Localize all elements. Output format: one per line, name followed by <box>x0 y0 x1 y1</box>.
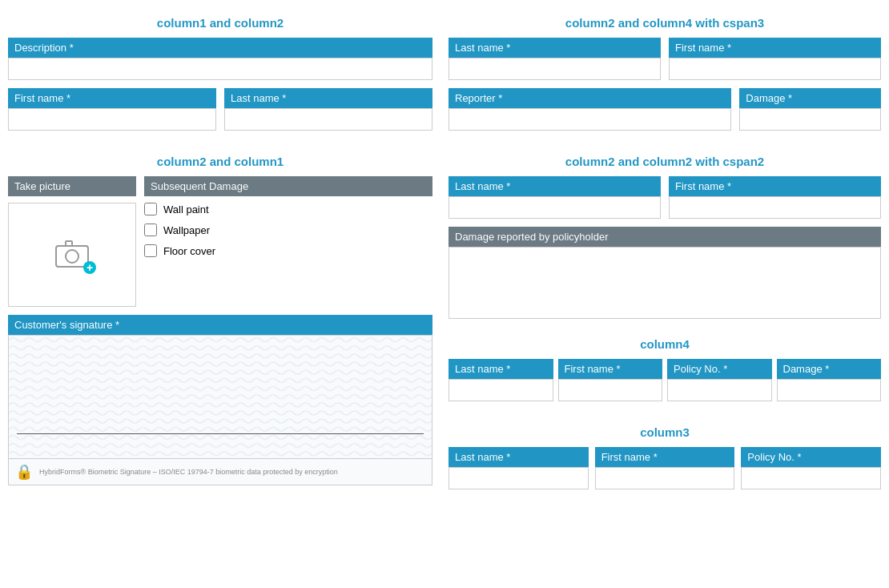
r2-damage-reported-field-group: Damage reported by policyholder <box>449 227 881 321</box>
wall-paint-checkbox[interactable] <box>144 203 157 215</box>
plus-circle-icon: + <box>83 261 96 274</box>
r1-reporter-field-group: Reporter * <box>449 88 731 131</box>
take-picture-icon: + <box>54 240 90 271</box>
signature-footer-text: HybridForms® Biometric Signature – ISO/I… <box>39 468 338 476</box>
section-col4: column4 Last name * First name * Policy … <box>449 337 881 409</box>
r1-reporter-row: Reporter * Damage * <box>449 88 881 139</box>
signature-line <box>17 433 424 434</box>
picture-and-damage-row: Take picture + Subs <box>8 176 432 307</box>
signature-wave-bg <box>9 336 432 459</box>
r2-damage-reported-label: Damage reported by policyholder <box>449 227 881 247</box>
name-row-1: First name * Last name * <box>8 88 432 139</box>
r1-damage-input[interactable] <box>739 108 881 131</box>
r2-firstname-input[interactable] <box>669 196 881 219</box>
r1-name-row: Last name * First name * <box>449 38 881 88</box>
svg-rect-2 <box>66 241 72 246</box>
r3-policyno-label: Policy No. * <box>667 359 772 379</box>
subsequent-damage-col: Subsequent Damage Wall paint Wallpaper F… <box>144 176 432 307</box>
r2-firstname-field-group: First name * <box>669 176 881 219</box>
description-input[interactable] <box>8 58 432 80</box>
firstname1-label: First name * <box>8 88 216 108</box>
r3-lastname-input[interactable] <box>449 379 553 401</box>
r2-lastname-label: Last name * <box>449 176 661 196</box>
r4-policyno-field-group: Policy No. * <box>741 447 881 489</box>
section-col2-col2-cspan2: column2 and column2 with cspan2 Last nam… <box>449 155 881 321</box>
checkbox-wallpaper: Wallpaper <box>144 224 432 236</box>
r1-reporter-input[interactable] <box>449 108 731 131</box>
floor-cover-checkbox[interactable] <box>144 244 157 257</box>
r2-damage-reported-textarea[interactable] <box>449 247 881 319</box>
r4-lastname-field-group: Last name * <box>449 447 589 489</box>
r3-firstname-input[interactable] <box>558 379 663 401</box>
r4-firstname-input[interactable] <box>595 467 735 489</box>
signature-section: Customer's signature * 🔒 HybridFo <box>8 315 432 485</box>
take-picture-box[interactable]: + <box>8 203 136 307</box>
signature-label: Customer's signature * <box>8 315 432 335</box>
r3-damage-input[interactable] <box>777 379 882 401</box>
r4-firstname-field-group: First name * <box>595 447 735 489</box>
section-col2-col4-title: column2 and column4 with cspan3 <box>449 16 881 30</box>
subsequent-damage-header: Subsequent Damage <box>144 176 432 196</box>
section-col1-col2-title: column1 and column2 <box>8 16 432 30</box>
r3-fields-row: Last name * First name * Policy No. * Da… <box>449 359 881 409</box>
r4-lastname-label: Last name * <box>449 447 589 467</box>
svg-point-1 <box>66 250 78 263</box>
signature-icon: 🔒 <box>15 463 33 481</box>
r3-policyno-field-group: Policy No. * <box>667 359 772 401</box>
signature-footer: 🔒 HybridForms® Biometric Signature – ISO… <box>8 459 432 485</box>
r3-policyno-input[interactable] <box>667 379 772 401</box>
r2-lastname-input[interactable] <box>449 196 661 219</box>
r3-lastname-field-group: Last name * <box>449 359 553 401</box>
r4-lastname-input[interactable] <box>449 467 589 489</box>
r3-damage-field-group: Damage * <box>777 359 882 401</box>
wallpaper-label: Wallpaper <box>163 224 210 236</box>
floor-cover-label: Floor cover <box>163 245 215 257</box>
section-col2-col1: column2 and column1 Take picture + <box>8 155 432 485</box>
section-col3-title: column3 <box>449 425 881 439</box>
svg-rect-0 <box>56 246 88 267</box>
r2-firstname-label: First name * <box>669 176 881 196</box>
r1-reporter-label: Reporter * <box>449 88 731 108</box>
r3-firstname-label: First name * <box>558 359 663 379</box>
r1-firstname-input[interactable] <box>669 58 881 80</box>
section-col2-col2-title: column2 and column2 with cspan2 <box>449 155 881 168</box>
r2-lastname-field-group: Last name * <box>449 176 661 219</box>
r4-policyno-label: Policy No. * <box>741 447 881 467</box>
r1-lastname-input[interactable] <box>449 58 661 80</box>
section-col2-col4-cspan3: column2 and column4 with cspan3 Last nam… <box>449 16 881 139</box>
r4-fields-row: Last name * First name * Policy No. * <box>449 447 881 497</box>
lastname1-input[interactable] <box>224 108 432 131</box>
section-col2-col1-title: column2 and column1 <box>8 155 432 168</box>
r1-damage-label: Damage * <box>739 88 881 108</box>
r1-lastname-field-group: Last name * <box>449 38 661 80</box>
firstname1-input[interactable] <box>8 108 216 131</box>
svg-rect-3 <box>9 336 432 459</box>
r4-policyno-input[interactable] <box>741 467 881 489</box>
wall-paint-label: Wall paint <box>163 203 209 215</box>
take-picture-col: Take picture + <box>8 176 136 307</box>
section-col3: column3 Last name * First name * Policy … <box>449 425 881 497</box>
checkbox-floor-cover: Floor cover <box>144 244 432 257</box>
wallpaper-checkbox[interactable] <box>144 224 157 236</box>
r1-firstname-field-group: First name * <box>669 38 881 80</box>
section-col4-title: column4 <box>449 337 881 351</box>
r1-damage-field-group: Damage * <box>739 88 881 131</box>
r1-lastname-label: Last name * <box>449 38 661 58</box>
r2-name-row: Last name * First name * <box>449 176 881 227</box>
description-field-group: Description * <box>8 38 432 80</box>
signature-box[interactable] <box>8 335 432 459</box>
r3-firstname-field-group: First name * <box>558 359 663 401</box>
r3-lastname-label: Last name * <box>449 359 553 379</box>
r3-damage-label: Damage * <box>777 359 882 379</box>
r4-firstname-label: First name * <box>595 447 735 467</box>
lastname1-label: Last name * <box>224 88 432 108</box>
take-picture-header: Take picture <box>8 176 136 196</box>
section-col1-col2: column1 and column2 Description * First … <box>8 16 432 139</box>
description-label: Description * <box>8 38 432 58</box>
r1-firstname-label: First name * <box>669 38 881 58</box>
checkbox-wall-paint: Wall paint <box>144 203 432 215</box>
firstname1-field-group: First name * <box>8 88 216 131</box>
lastname1-field-group: Last name * <box>224 88 432 131</box>
